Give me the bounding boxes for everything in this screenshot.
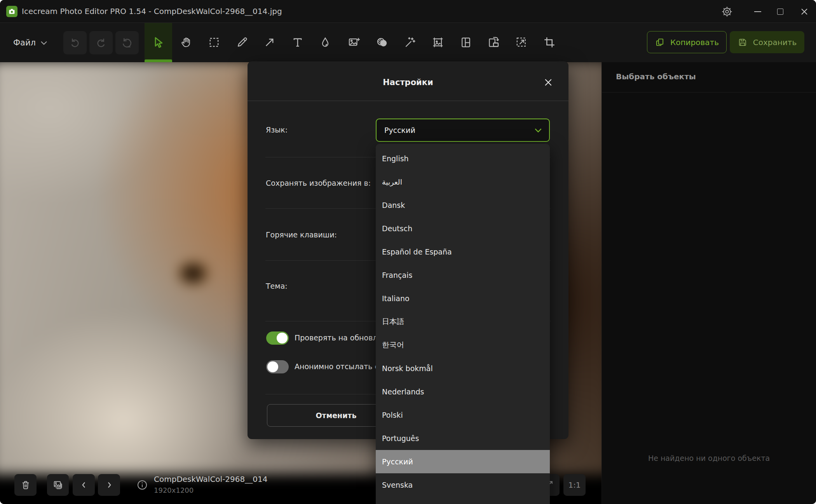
tool-rotate-button[interactable]: [485, 33, 502, 52]
redo-button[interactable]: [89, 31, 113, 54]
cancel-button-label: Отменить: [316, 411, 356, 420]
reset-button[interactable]: [115, 31, 139, 54]
chevron-left-icon: [79, 480, 89, 490]
check-updates-toggle[interactable]: [266, 331, 289, 345]
tool-color-mask-button[interactable]: [373, 33, 391, 52]
arrow-icon: [263, 36, 276, 49]
delete-image-button[interactable]: [14, 474, 37, 496]
language-dropdown-list: EnglishالعربيةDanskDeutschEspañol de Esp…: [376, 144, 550, 504]
language-option[interactable]: Nederlands: [376, 380, 550, 403]
magic-wand-icon: [403, 35, 417, 49]
tool-hand-button[interactable]: [177, 33, 195, 52]
language-select[interactable]: Русский: [376, 119, 550, 142]
objects-panel-title: Выбрать объекты: [616, 72, 696, 81]
minimize-button[interactable]: [748, 0, 767, 23]
gallery-icon: [52, 479, 64, 491]
app-window: Icecream Photo Editor PRO 1.54 - CompDes…: [0, 0, 816, 504]
theme-label: Тема:: [266, 282, 288, 290]
close-icon: [800, 8, 808, 16]
close-window-button[interactable]: [794, 0, 814, 23]
droplet-icon: [319, 36, 332, 49]
language-option[interactable]: Italiano: [376, 287, 550, 310]
language-option[interactable]: English: [376, 147, 550, 170]
toggle-knob: [267, 361, 278, 372]
crop-icon: [542, 35, 556, 49]
tool-marquee-button[interactable]: [205, 33, 223, 52]
tool-crop-button[interactable]: [541, 33, 558, 52]
toolbar: Файл: [0, 23, 816, 62]
file-menu[interactable]: Файл: [13, 35, 47, 51]
language-select-value: Русский: [384, 126, 415, 134]
zoom-level-label: 1:1: [568, 480, 581, 490]
zoom-actual-size-button[interactable]: 1:1: [563, 474, 586, 496]
toggle-knob: [277, 333, 288, 344]
objects-empty-message: Не найдено ни одного объекта: [602, 454, 816, 462]
tool-arrow-button[interactable]: [261, 33, 279, 52]
tool-pencil-button[interactable]: [233, 33, 251, 52]
language-option[interactable]: العربية: [376, 170, 550, 194]
app-logo-icon: [6, 6, 17, 17]
check-updates-label: Проверять на обновл: [295, 333, 378, 342]
undo-button[interactable]: [63, 31, 87, 54]
language-option[interactable]: 한국어: [376, 333, 550, 357]
language-option[interactable]: Polski: [376, 403, 550, 427]
previous-image-button[interactable]: [73, 474, 95, 496]
image-dimensions: 1920x1200: [154, 486, 194, 494]
hotkeys-label: Горячие клавиши:: [266, 230, 337, 239]
chevron-down-icon: [534, 128, 542, 133]
settings-header-divider: [248, 101, 568, 101]
tool-sticker-button[interactable]: [345, 33, 363, 52]
resize-icon: [514, 35, 528, 49]
settings-close-button[interactable]: [541, 75, 555, 89]
title-bar: Icecream Photo Editor PRO 1.54 - CompDes…: [0, 0, 816, 23]
language-option[interactable]: Dansk: [376, 194, 550, 217]
tool-collage-button[interactable]: [457, 33, 475, 52]
tool-resize-button[interactable]: [513, 33, 530, 52]
image-filename: CompDeskWalCol-2968__014: [154, 474, 267, 484]
copy-icon: [655, 37, 665, 47]
tool-select-button[interactable]: [145, 23, 172, 62]
language-label: Язык:: [266, 126, 288, 134]
language-option[interactable]: Deutsch: [376, 217, 550, 240]
language-option[interactable]: Norsk bokmål: [376, 357, 550, 380]
language-option[interactable]: Русский: [376, 450, 550, 473]
language-option[interactable]: Français: [376, 263, 550, 287]
anonymous-stats-toggle[interactable]: [266, 360, 289, 373]
language-option[interactable]: 日本語: [376, 310, 550, 333]
pencil-icon: [235, 36, 249, 49]
gallery-button[interactable]: [47, 474, 69, 496]
color-mask-icon: [375, 35, 389, 49]
text-icon: [291, 36, 304, 49]
image-info-icon: [136, 479, 148, 491]
image-plus-icon: [347, 35, 361, 49]
rotate-image-icon: [486, 35, 500, 49]
anonymous-stats-label: Анонимно отсылать с: [295, 362, 379, 371]
hand-icon: [180, 36, 193, 49]
save-button-label: Сохранить: [753, 38, 797, 47]
select-cursor-icon: [151, 35, 166, 50]
tool-blur-button[interactable]: [316, 33, 334, 52]
next-image-button[interactable]: [98, 474, 120, 496]
language-option[interactable]: Español de España: [376, 240, 550, 263]
tool-magic-wand-button[interactable]: [401, 33, 418, 52]
file-menu-label: Файл: [13, 38, 36, 47]
tool-frame-button[interactable]: [429, 33, 447, 52]
chevron-right-icon: [104, 480, 114, 490]
maximize-button[interactable]: [771, 0, 790, 23]
save-to-label: Сохранять изображения в:: [266, 179, 371, 187]
window-title: Icecream Photo Editor PRO 1.54 - CompDes…: [22, 7, 282, 16]
objects-panel-divider: [602, 92, 816, 92]
save-icon: [738, 37, 748, 47]
collage-layout-icon: [459, 35, 473, 49]
save-button[interactable]: Сохранить: [730, 31, 804, 53]
language-option[interactable]: Português: [376, 427, 550, 450]
settings-gear-icon[interactable]: [717, 0, 738, 23]
tool-text-button[interactable]: [289, 33, 307, 52]
copy-button[interactable]: Копировать: [647, 31, 727, 53]
copy-button-label: Копировать: [670, 38, 719, 47]
language-option[interactable]: Svenska: [376, 473, 550, 497]
marquee-selection-icon: [207, 36, 221, 49]
settings-dialog-title: Настройки: [248, 78, 568, 87]
close-icon: [544, 78, 553, 87]
objects-panel: Выбрать объекты Не найдено ни одного объ…: [602, 62, 816, 504]
